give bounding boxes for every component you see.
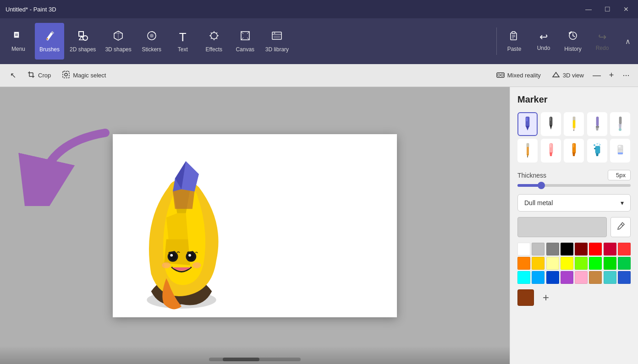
color-swatch-brightred[interactable]: [618, 243, 631, 255]
thickness-value[interactable]: 5px: [608, 170, 631, 180]
effects-icon: [208, 30, 220, 44]
toolbar-menu[interactable]: Menu: [4, 23, 33, 60]
brush-calligraphy[interactable]: [541, 112, 561, 136]
svg-point-82: [599, 146, 600, 147]
color-swatch-cyan[interactable]: [517, 271, 530, 284]
thickness-label-row: Thickness 5px: [517, 170, 631, 180]
toolbar-redo[interactable]: ↪ Redo: [588, 23, 616, 60]
menu-label: Menu: [11, 46, 25, 52]
color-swatch-royalblue[interactable]: [618, 271, 631, 284]
brush-marker[interactable]: [517, 112, 538, 136]
stickers-icon: [146, 30, 158, 44]
toolbar-collapse-button[interactable]: ∧: [622, 35, 634, 48]
color-swatch-brightyellow[interactable]: [561, 257, 573, 270]
toolbar-3dshapes[interactable]: 3D shapes: [101, 23, 135, 60]
current-color-swatch[interactable]: [517, 289, 534, 306]
text-icon: T: [179, 30, 187, 44]
svg-point-83: [600, 147, 600, 147]
arrow-overlay: [14, 124, 115, 208]
color-swatch-lightyellow[interactable]: [546, 257, 559, 270]
texture-dropdown[interactable]: Dull metal ▾: [517, 194, 631, 212]
select-tool-button[interactable]: ↖: [6, 68, 21, 82]
paste-label: Paste: [507, 46, 522, 52]
color-swatch-red[interactable]: [589, 243, 602, 255]
canvas-area[interactable]: [0, 87, 510, 364]
svg-rect-62: [573, 117, 575, 120]
toolbar-effects[interactable]: Effects: [199, 23, 229, 60]
drawing-canvas: [113, 134, 397, 317]
color-swatch-teal[interactable]: [604, 271, 616, 284]
thickness-slider[interactable]: [517, 184, 631, 187]
color-swatch-brightgreen[interactable]: [604, 257, 616, 270]
toolbar-paste[interactable]: Paste: [500, 23, 528, 60]
color-swatch-brown[interactable]: [589, 271, 602, 284]
toolbar-separator: [496, 27, 497, 55]
brush-eraser[interactable]: [610, 139, 630, 163]
toolbar-canvas[interactable]: Canvas: [231, 23, 260, 60]
color-swatch-purple[interactable]: [561, 271, 573, 284]
right-panel: Marker: [510, 87, 638, 364]
minimize-button[interactable]: —: [582, 5, 595, 14]
toolbar-history[interactable]: History: [559, 23, 587, 60]
color-swatch-orange[interactable]: [517, 257, 530, 270]
color-swatch-pink[interactable]: [575, 271, 588, 284]
color-swatch-blue[interactable]: [546, 271, 559, 284]
toolbar-stickers[interactable]: Stickers: [137, 23, 166, 60]
color-swatch-lightgray[interactable]: [532, 243, 544, 255]
svg-rect-75: [573, 144, 574, 147]
color-swatch-darkred2[interactable]: [604, 243, 616, 255]
brush-marker2[interactable]: [564, 139, 584, 163]
paste-icon: [509, 30, 520, 44]
toolbar-undo[interactable]: ↩ Undo: [530, 23, 557, 60]
brush-brush2[interactable]: [610, 112, 630, 136]
toolbar-right-group: Paste ↩ Undo History ↪ Redo ∧: [495, 23, 634, 60]
color-swatch-darkred[interactable]: [575, 243, 588, 255]
brush-pencil-thin[interactable]: [564, 112, 584, 136]
svg-rect-59: [526, 118, 528, 121]
mixed-reality-icon: [496, 71, 505, 81]
close-button[interactable]: ✕: [620, 5, 632, 14]
maximize-button[interactable]: ☐: [601, 5, 614, 14]
crop-button[interactable]: Crop: [22, 68, 55, 83]
color-swatch-yellow[interactable]: [532, 257, 544, 270]
toolbar-2dshapes[interactable]: 2D shapes: [66, 23, 99, 60]
svg-point-44: [501, 74, 503, 76]
redo-label: Redo: [596, 45, 609, 51]
brush-brush1[interactable]: [587, 112, 607, 136]
svg-rect-67: [619, 117, 622, 124]
redo-icon: ↪: [598, 31, 606, 43]
add-color-button[interactable]: +: [538, 289, 554, 306]
color-input-box[interactable]: [517, 217, 607, 237]
svg-rect-38: [63, 71, 69, 78]
toolbar-3dlibrary[interactable]: 3D library: [262, 23, 292, 60]
zoom-out-button[interactable]: —: [590, 69, 603, 82]
toolbar-text[interactable]: T Text: [168, 23, 198, 60]
stickers-label: Stickers: [142, 46, 161, 53]
svg-marker-46: [553, 72, 559, 77]
color-swatch-gray[interactable]: [546, 243, 559, 255]
3dlibrary-icon: [271, 30, 283, 44]
magic-select-button[interactable]: Magic select: [57, 68, 110, 83]
horizontal-scrollbar[interactable]: [209, 358, 301, 361]
brush-pencil2[interactable]: [517, 139, 538, 163]
color-swatch-white[interactable]: [517, 243, 530, 255]
3dshapes-icon: [112, 30, 124, 44]
brush-spray[interactable]: [587, 139, 607, 163]
color-swatch-lime[interactable]: [618, 257, 631, 270]
color-swatch-yellowgreen[interactable]: [575, 257, 588, 270]
color-swatch-lightblue[interactable]: [532, 271, 544, 284]
more-icon: ···: [622, 71, 629, 80]
more-options-button[interactable]: ···: [620, 69, 632, 82]
mixed-reality-button[interactable]: Mixed reality: [492, 68, 545, 83]
color-swatch-black[interactable]: [561, 243, 573, 255]
brush-highlighter[interactable]: [541, 139, 561, 163]
svg-point-84: [599, 145, 600, 146]
slider-thumb[interactable]: [538, 182, 545, 189]
3dview-button[interactable]: 3D view: [547, 68, 588, 83]
history-icon: [567, 30, 578, 44]
toolbar-brushes[interactable]: Brushes: [35, 23, 64, 60]
color-swatch-green[interactable]: [589, 257, 602, 270]
zoom-in-button[interactable]: +: [605, 69, 618, 82]
eyedropper-button[interactable]: [610, 217, 631, 237]
svg-rect-66: [596, 126, 599, 128]
